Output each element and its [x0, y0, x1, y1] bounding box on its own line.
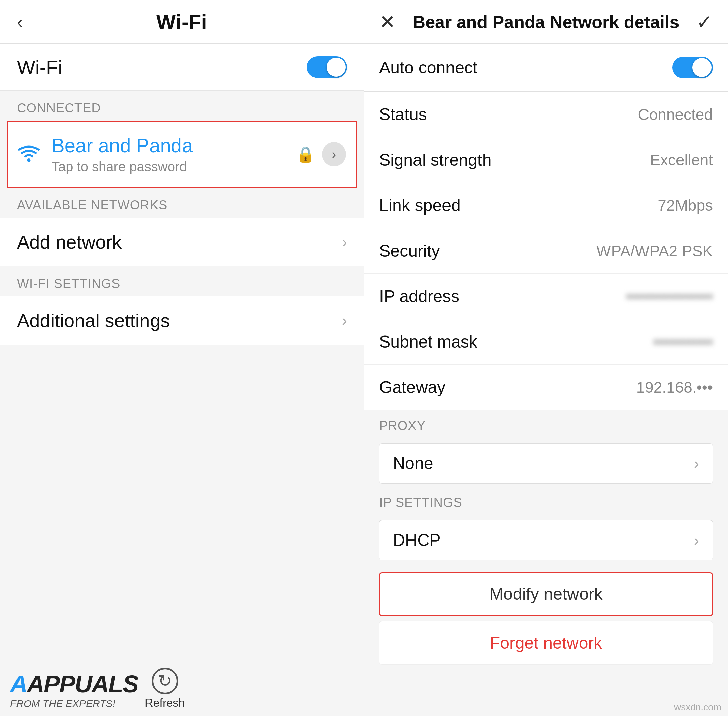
- auto-connect-toggle[interactable]: [672, 56, 713, 79]
- refresh-label: Refresh: [145, 696, 185, 709]
- add-network-chevron-icon: ›: [342, 233, 347, 251]
- chevron-right-icon: ›: [332, 147, 337, 162]
- auto-connect-row: Auto connect: [364, 44, 728, 92]
- ip-address-label: IP address: [379, 287, 626, 306]
- network-sub: Tap to share password: [52, 159, 296, 174]
- modify-network-label: Modify network: [489, 584, 602, 604]
- ip-address-value: ••••••••••••••••: [626, 287, 713, 305]
- left-panel: ‹ Wi-Fi Wi-Fi CONNECTED Bear and Panda T…: [0, 0, 364, 716]
- signal-strength-row: Signal strength Excellent: [364, 137, 728, 183]
- page-title: Wi-Fi: [36, 10, 327, 34]
- ip-settings-section-label: IP SETTINGS: [379, 495, 462, 510]
- ip-settings-section: IP SETTINGS: [364, 488, 728, 515]
- network-icons: 🔒 ›: [296, 142, 346, 166]
- additional-settings-chevron-icon: ›: [342, 311, 347, 329]
- connected-network-item[interactable]: Bear and Panda Tap to share password 🔒 ›: [7, 121, 357, 188]
- security-value: WPA/WPA2 PSK: [596, 242, 713, 260]
- wifi-settings-section-label: WI-FI SETTINGS: [0, 266, 364, 296]
- close-button[interactable]: ✕: [379, 11, 396, 33]
- confirm-button[interactable]: ✓: [696, 11, 713, 33]
- subnet-mask-row: Subnet mask •••••••••••: [364, 319, 728, 365]
- left-header: ‹ Wi-Fi: [0, 0, 364, 44]
- security-label: Security: [379, 241, 596, 261]
- right-watermark: wsxdn.com: [674, 702, 721, 713]
- watermark-sub: FROM THE EXPERTS!: [10, 698, 138, 709]
- network-name: Bear and Panda: [52, 134, 296, 156]
- ip-settings-chevron-icon: ›: [694, 531, 699, 549]
- link-speed-row: Link speed 72Mbps: [364, 183, 728, 228]
- subnet-mask-value: •••••••••••: [653, 333, 713, 351]
- auto-connect-toggle-knob: [692, 58, 711, 77]
- status-row: Status Connected: [364, 92, 728, 137]
- connected-section-label: CONNECTED: [0, 91, 364, 121]
- watermark-area: AAPPUALS FROM THE EXPERTS! ↻ Refresh: [10, 667, 185, 709]
- logo-text: APPUALS: [27, 670, 138, 698]
- right-header: ✕ Bear and Panda Network details ✓: [364, 0, 728, 44]
- lock-icon: 🔒: [296, 145, 315, 163]
- back-button[interactable]: ‹: [17, 12, 23, 32]
- add-network-item[interactable]: Add network ›: [0, 218, 364, 266]
- right-page-title: Bear and Panda Network details: [406, 12, 686, 32]
- forget-network-button[interactable]: Forget network: [379, 621, 713, 665]
- proxy-section: PROXY: [364, 410, 728, 438]
- wifi-toggle-row: Wi-Fi: [0, 44, 364, 91]
- proxy-section-label: PROXY: [379, 419, 426, 433]
- toggle-knob: [327, 58, 346, 77]
- subnet-mask-label: Subnet mask: [379, 332, 653, 352]
- refresh-icon: ↻: [152, 667, 179, 695]
- forget-network-label: Forget network: [490, 633, 602, 653]
- ip-settings-value: DHCP: [393, 531, 694, 550]
- signal-strength-value: Excellent: [650, 151, 713, 169]
- proxy-value: None: [393, 454, 694, 473]
- proxy-chevron-icon: ›: [694, 454, 699, 472]
- ip-settings-dropdown[interactable]: DHCP ›: [379, 520, 713, 560]
- security-row: Security WPA/WPA2 PSK: [364, 228, 728, 274]
- wifi-signal-icon: [18, 144, 40, 164]
- proxy-dropdown[interactable]: None ›: [379, 443, 713, 484]
- wifi-label: Wi-Fi: [17, 56, 307, 79]
- right-panel: ✕ Bear and Panda Network details ✓ Auto …: [364, 0, 728, 716]
- appuals-logo: AAPPUALS FROM THE EXPERTS!: [10, 670, 138, 709]
- modify-network-button[interactable]: Modify network: [379, 572, 713, 616]
- additional-settings-item[interactable]: Additional settings ›: [0, 296, 364, 345]
- ip-address-row: IP address ••••••••••••••••: [364, 274, 728, 319]
- add-network-label: Add network: [17, 231, 342, 253]
- gateway-value: 192.168.•••: [636, 378, 713, 396]
- svg-point-0: [27, 159, 30, 162]
- additional-settings-label: Additional settings: [17, 309, 342, 331]
- signal-strength-label: Signal strength: [379, 150, 650, 170]
- auto-connect-label: Auto connect: [379, 58, 672, 77]
- network-info: Bear and Panda Tap to share password: [52, 134, 296, 174]
- wifi-toggle[interactable]: [307, 56, 347, 78]
- gateway-row: Gateway 192.168.•••: [364, 365, 728, 410]
- link-speed-value: 72Mbps: [658, 196, 713, 214]
- status-value: Connected: [638, 105, 713, 124]
- network-chevron-button[interactable]: ›: [322, 142, 346, 166]
- refresh-button[interactable]: ↻ Refresh: [145, 667, 185, 709]
- gateway-label: Gateway: [379, 378, 636, 397]
- status-label: Status: [379, 105, 638, 124]
- available-section-label: AVAILABLE NETWORKS: [0, 188, 364, 218]
- link-speed-label: Link speed: [379, 196, 658, 215]
